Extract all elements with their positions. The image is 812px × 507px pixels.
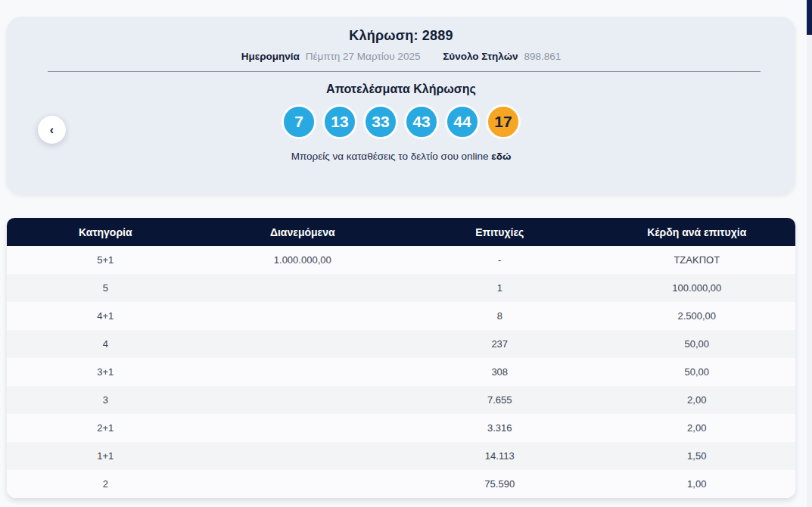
total-columns: Σύνολο Στηλών 898.861 <box>443 51 561 62</box>
column-header: Κέρδη ανά επιτυχία <box>599 226 796 238</box>
table-header-row: ΚατηγορίαΔιανεμόμεναΕπιτυχίεςΚέρδη ανά ε… <box>7 218 795 246</box>
table-cell: 50,00 <box>599 338 796 350</box>
table-cell: 4+1 <box>7 310 204 322</box>
results-subtitle: Αποτελέσματα Κλήρωσης <box>7 82 795 96</box>
drawn-number-ball: 13 <box>322 104 357 139</box>
table-cell: 3.316 <box>401 422 599 434</box>
drawn-numbers-row: 71333434417 <box>7 104 795 139</box>
total-columns-value: 898.861 <box>524 51 561 62</box>
table-cell: 2.500,00 <box>599 310 796 322</box>
table-cell: 4 <box>7 338 204 350</box>
table-cell: 5 <box>7 282 204 294</box>
table-row: 37.6552,00 <box>7 386 795 414</box>
draw-date-value: Πέμπτη 27 Μαρτίου 2025 <box>306 51 421 62</box>
table-cell: 1+1 <box>7 450 204 462</box>
table-cell: 1.000.000,00 <box>204 254 402 266</box>
table-cell: 308 <box>401 366 599 378</box>
table-cell: 5+1 <box>7 254 204 266</box>
column-header: Επιτυχίες <box>401 226 599 238</box>
table-row: 275.5901,00 <box>7 470 795 498</box>
online-deposit-note: Μπορείς να καταθέσεις το δελτίο σου onli… <box>7 151 795 162</box>
column-header: Κατηγορία <box>7 226 204 238</box>
previous-draw-button[interactable]: ‹ <box>38 116 66 144</box>
table-row: 5+11.000.000,00-ΤΖΑΚΠΟΤ <box>7 246 795 274</box>
table-cell: 100.000,00 <box>599 282 796 294</box>
here-link[interactable]: εδώ <box>491 151 511 162</box>
table-cell: - <box>401 254 599 266</box>
table-row: 2+13.3162,00 <box>7 414 795 442</box>
drawn-number-ball: 7 <box>282 104 316 139</box>
drawn-number-ball: 33 <box>363 104 398 139</box>
draw-meta: Ημερομηνία Πέμπτη 27 Μαρτίου 2025 Σύνολο… <box>7 51 795 62</box>
scrollbar-thumb[interactable] <box>807 0 812 35</box>
total-columns-label: Σύνολο Στηλών <box>443 51 518 62</box>
joker-number-ball: 17 <box>486 104 521 139</box>
table-cell: 3+1 <box>7 366 204 378</box>
panel-divider <box>48 71 761 72</box>
table-row: 3+130850,00 <box>7 358 795 386</box>
table-row: 1+114.1131,50 <box>7 442 795 470</box>
table-cell: 8 <box>401 310 599 322</box>
table-cell: 1 <box>401 282 599 294</box>
table-row: 4+182.500,00 <box>7 302 795 330</box>
draw-title: Κλήρωση: 2889 <box>7 17 795 44</box>
table-body: 5+11.000.000,00-ΤΖΑΚΠΟΤ51100.000,004+182… <box>7 246 795 498</box>
online-note-text: Μπορείς να καταθέσεις το δελτίο σου onli… <box>291 151 489 162</box>
draw-date-label: Ημερομηνία <box>241 51 300 62</box>
table-cell: 1,00 <box>599 478 796 490</box>
table-cell: 50,00 <box>599 366 796 378</box>
winnings-table: ΚατηγορίαΔιανεμόμεναΕπιτυχίεςΚέρδη ανά ε… <box>7 218 795 498</box>
table-cell: 14.113 <box>401 450 599 462</box>
table-cell: 1,50 <box>599 450 796 462</box>
drawn-number-ball: 44 <box>445 104 480 139</box>
draw-results-panel: Κλήρωση: 2889 Ημερομηνία Πέμπτη 27 Μαρτί… <box>7 17 795 194</box>
table-row: 423750,00 <box>7 330 795 358</box>
table-cell: 2,00 <box>599 422 796 434</box>
chevron-left-icon: ‹ <box>50 124 54 136</box>
table-cell: 2 <box>7 478 204 490</box>
table-cell: 237 <box>401 338 599 350</box>
table-cell: 3 <box>7 394 204 406</box>
table-cell: ΤΖΑΚΠΟΤ <box>599 254 796 266</box>
drawn-number-ball: 43 <box>404 104 439 139</box>
table-row: 51100.000,00 <box>7 274 795 302</box>
table-cell: 2,00 <box>599 394 796 406</box>
draw-date: Ημερομηνία Πέμπτη 27 Μαρτίου 2025 <box>241 51 421 62</box>
table-cell: 7.655 <box>401 394 599 406</box>
table-cell: 75.590 <box>401 478 599 490</box>
column-header: Διανεμόμενα <box>204 226 402 238</box>
table-cell: 2+1 <box>7 422 204 434</box>
scrollbar-track[interactable] <box>807 0 812 507</box>
